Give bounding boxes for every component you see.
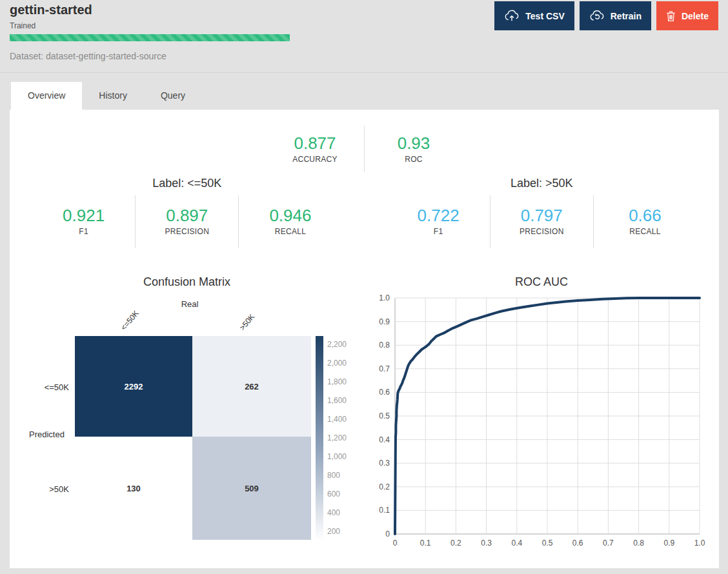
svg-text:0.2: 0.2 — [379, 482, 390, 491]
f1-value: 0.722 — [387, 206, 490, 225]
roc-label: ROC — [365, 155, 463, 164]
svg-text:0.8: 0.8 — [633, 539, 644, 548]
overview-panel: 0.877 ACCURACY 0.93 ROC Label: <=50K Lab… — [10, 110, 719, 568]
colorbar-tick-label: 200 — [327, 527, 347, 536]
summary-metrics-row: 0.877 ACCURACY 0.93 ROC — [10, 126, 719, 172]
colorbar — [316, 336, 323, 540]
colorbar-tick-label: 1,800 — [327, 377, 347, 386]
accuracy-label: ACCURACY — [266, 155, 364, 164]
svg-text:0.7: 0.7 — [379, 364, 390, 373]
trash-icon — [666, 10, 676, 22]
svg-text:1.0: 1.0 — [379, 293, 390, 302]
tab-query[interactable]: Query — [144, 82, 202, 110]
svg-text:0.2: 0.2 — [450, 539, 461, 548]
metrics-le50k: 0.921 F1 0.897 PRECISION 0.946 RECALL — [10, 195, 365, 248]
recall-value: 0.66 — [594, 206, 696, 225]
label-heading-gt50k: Label: >50K — [365, 177, 720, 190]
label-headings-row: Label: <=50K Label: >50K — [10, 177, 719, 190]
svg-text:0.6: 0.6 — [379, 388, 390, 397]
label-metrics-row: 0.921 F1 0.897 PRECISION 0.946 RECALL 0.… — [10, 195, 719, 248]
training-progress-bar — [10, 34, 290, 41]
svg-text:0.1: 0.1 — [379, 506, 390, 515]
roc-auc-title: ROC AUC — [364, 275, 719, 289]
f1-value: 0.921 — [32, 206, 135, 225]
matrix-cell-true-gt50k: 509 — [192, 437, 311, 540]
svg-text:0.9: 0.9 — [663, 539, 674, 548]
accuracy-metric: 0.877 ACCURACY — [266, 126, 364, 172]
col-label-gt50k: >50K — [238, 312, 256, 332]
precision-value: 0.897 — [136, 206, 238, 225]
svg-text:0.6: 0.6 — [572, 539, 583, 548]
svg-text:0.5: 0.5 — [542, 539, 553, 548]
page-title: gettin-started — [10, 3, 92, 17]
precision-label: PRECISION — [136, 227, 238, 236]
recall-metric-le50k: 0.946 RECALL — [239, 195, 341, 248]
predicted-axis-label: Predicted — [29, 430, 65, 439]
colorbar-tick-label: 800 — [327, 471, 347, 480]
delete-button[interactable]: Delete — [656, 1, 718, 30]
colorbar-tick-label: 1,400 — [327, 415, 347, 424]
test-csv-button-label: Test CSV — [525, 11, 564, 21]
f1-metric-le50k: 0.921 F1 — [32, 195, 135, 248]
row-label-le50k: <=50K — [29, 382, 69, 392]
svg-text:0.3: 0.3 — [481, 539, 492, 548]
precision-label: PRECISION — [490, 227, 593, 236]
matrix-cell-true-le50k: 2292 — [75, 336, 192, 437]
svg-text:0.4: 0.4 — [511, 539, 522, 548]
colorbar-tick-label: 1,600 — [327, 396, 347, 405]
recall-metric-gt50k: 0.66 RECALL — [594, 195, 696, 248]
header-divider — [0, 72, 728, 73]
svg-text:0.8: 0.8 — [379, 341, 390, 350]
col-label-le50k: <=50K — [119, 309, 140, 332]
f1-metric-gt50k: 0.722 F1 — [387, 195, 490, 248]
svg-text:0: 0 — [385, 529, 390, 539]
status-badge: Trained — [10, 21, 35, 30]
precision-metric-le50k: 0.897 PRECISION — [136, 195, 238, 248]
f1-label: F1 — [387, 227, 490, 236]
svg-text:0.9: 0.9 — [379, 317, 390, 326]
roc-chart: 000.10.10.20.20.30.30.40.40.50.50.60.60.… — [358, 290, 716, 553]
colorbar-tick-label: 600 — [327, 490, 347, 499]
svg-text:0.1: 0.1 — [420, 539, 431, 548]
svg-text:0.4: 0.4 — [379, 435, 390, 444]
recall-label: RECALL — [239, 227, 341, 236]
confusion-matrix-title: Confusion Matrix — [10, 275, 364, 289]
svg-text:0: 0 — [393, 539, 398, 548]
matrix-cell-false-le50k: 262 — [192, 336, 311, 437]
test-csv-button[interactable]: Test CSV — [494, 1, 574, 30]
dataset-line: Dataset: dataset-getting-started-source — [10, 51, 167, 61]
recall-value: 0.946 — [239, 206, 341, 225]
recall-label: RECALL — [594, 227, 696, 236]
metrics-gt50k: 0.722 F1 0.797 PRECISION 0.66 RECALL — [365, 195, 720, 248]
row-label-gt50k: >50K — [29, 484, 69, 494]
tab-overview[interactable]: Overview — [11, 82, 82, 110]
roc-metric: 0.93 ROC — [365, 126, 463, 172]
f1-label: F1 — [32, 227, 135, 236]
precision-value: 0.797 — [490, 206, 593, 225]
cloud-upload-icon — [504, 10, 520, 22]
colorbar-ticks: 2,2002,0001,8001,6001,4001,2001,00080060… — [327, 340, 347, 536]
action-buttons: Test CSV Retrain Delete — [494, 1, 718, 30]
cloud-refresh-icon — [589, 10, 605, 22]
colorbar-tick-label: 1,200 — [327, 433, 347, 442]
colorbar-tick-label: 2,200 — [327, 340, 347, 349]
precision-metric-gt50k: 0.797 PRECISION — [490, 195, 593, 248]
colorbar-tick-label: 2,000 — [327, 359, 347, 368]
svg-text:0.5: 0.5 — [379, 411, 390, 421]
tab-history[interactable]: History — [82, 82, 144, 110]
delete-button-label: Delete — [682, 11, 709, 21]
accuracy-value: 0.877 — [266, 134, 364, 153]
colorbar-tick-label: 400 — [327, 508, 347, 517]
svg-text:0.3: 0.3 — [379, 459, 390, 468]
matrix-cell-false-gt50k: 130 — [75, 437, 192, 540]
svg-text:1.0: 1.0 — [694, 539, 705, 548]
retrain-button[interactable]: Retrain — [580, 1, 651, 30]
retrain-button-label: Retrain — [611, 11, 642, 21]
real-axis-label: Real — [10, 299, 370, 309]
label-heading-le50k: Label: <=50K — [10, 177, 365, 190]
svg-text:0.7: 0.7 — [603, 539, 614, 548]
colorbar-tick-label: 1,000 — [327, 452, 347, 461]
roc-value: 0.93 — [365, 134, 463, 153]
tab-bar: Overview History Query — [11, 82, 202, 110]
